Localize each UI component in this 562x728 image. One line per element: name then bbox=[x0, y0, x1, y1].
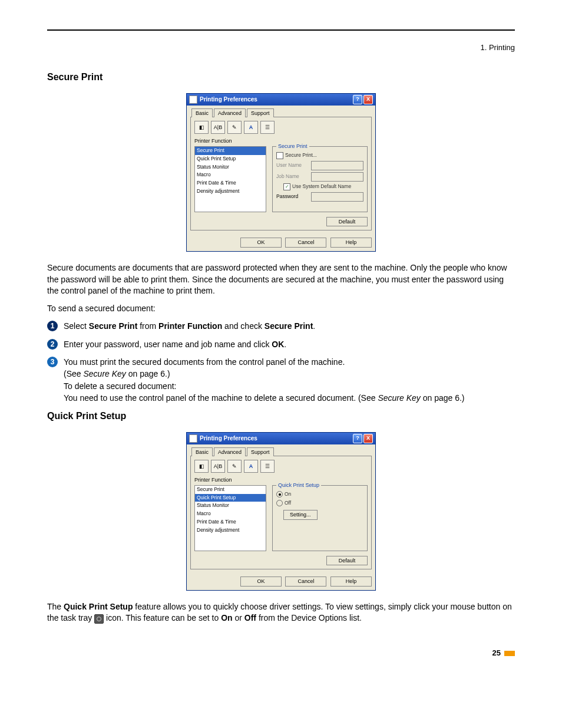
group-title: Quick Print Setup bbox=[276, 482, 321, 489]
list-item[interactable]: Macro bbox=[195, 171, 266, 179]
on-radio[interactable] bbox=[276, 491, 283, 498]
toolbar-icon-3[interactable]: ✎ bbox=[227, 460, 242, 473]
setting-button[interactable]: Setting... bbox=[283, 510, 318, 520]
breadcrumb: 1. Printing bbox=[47, 42, 515, 53]
cancel-button[interactable]: Cancel bbox=[285, 238, 326, 248]
window-icon bbox=[189, 95, 197, 104]
printer-function-list[interactable]: Secure Print Quick Print Setup Status Mo… bbox=[194, 146, 266, 212]
secure-print-checkbox[interactable] bbox=[276, 152, 283, 159]
task-tray-icon bbox=[94, 614, 104, 624]
toolbar-icon-5[interactable]: ☰ bbox=[260, 460, 275, 473]
ok-button[interactable]: OK bbox=[240, 577, 282, 587]
help-icon[interactable]: ? bbox=[353, 95, 362, 104]
tab-basic[interactable]: Basic bbox=[191, 447, 213, 457]
password-label: Password bbox=[276, 193, 309, 200]
dialog-title: Printing Preferences bbox=[200, 95, 257, 104]
list-item[interactable]: Density adjustment bbox=[195, 526, 266, 535]
list-item[interactable]: Status Monitor bbox=[195, 163, 266, 172]
tab-advanced[interactable]: Advanced bbox=[214, 447, 246, 457]
step-badge-1: 1 bbox=[47, 321, 58, 331]
toolbar-icon-4[interactable]: A bbox=[244, 121, 258, 134]
job-name-field[interactable] bbox=[311, 172, 363, 182]
page-number: 25 bbox=[47, 648, 515, 658]
default-button[interactable]: Default bbox=[326, 217, 368, 227]
step-1: 1 Select Secure Print from Printer Funct… bbox=[47, 320, 515, 332]
tab-support[interactable]: Support bbox=[247, 447, 274, 457]
help-icon[interactable]: ? bbox=[353, 434, 362, 443]
help-button[interactable]: Help bbox=[330, 577, 372, 587]
help-button[interactable]: Help bbox=[330, 238, 372, 248]
list-item[interactable]: Quick Print Setup bbox=[195, 494, 266, 502]
job-name-label: Job Name bbox=[276, 173, 309, 180]
list-item[interactable]: Density adjustment bbox=[195, 187, 266, 196]
list-item[interactable]: Secure Print bbox=[195, 486, 266, 494]
secure-print-checkbox-label: Secure Print... bbox=[285, 152, 317, 159]
list-item[interactable]: Secure Print bbox=[195, 147, 266, 155]
page-accent-bar bbox=[504, 651, 515, 656]
list-item[interactable]: Print Date & Time bbox=[195, 179, 266, 187]
user-name-field[interactable] bbox=[311, 161, 363, 170]
off-radio[interactable] bbox=[276, 500, 283, 506]
close-icon[interactable]: X bbox=[363, 434, 373, 443]
toolbar-icon-1[interactable]: ◧ bbox=[194, 121, 209, 134]
ok-button[interactable]: OK bbox=[240, 238, 282, 248]
default-button[interactable]: Default bbox=[326, 556, 368, 566]
dialog-title: Printing Preferences bbox=[200, 434, 257, 443]
titlebar: Printing Preferences ? X bbox=[187, 433, 375, 444]
list-item[interactable]: Status Monitor bbox=[195, 502, 266, 510]
list-item[interactable]: Quick Print Setup bbox=[195, 155, 266, 163]
quick-print-paragraph: The Quick Print Setup feature allows you… bbox=[47, 601, 515, 624]
toolbar-icon-2[interactable]: A|B bbox=[211, 121, 225, 134]
use-system-default-checkbox[interactable]: ✓ bbox=[283, 183, 290, 190]
tab-advanced[interactable]: Advanced bbox=[214, 108, 246, 118]
section-title-secure-print: Secure Print bbox=[47, 71, 515, 84]
secure-intro-paragraph: Secure documents are documents that are … bbox=[47, 262, 515, 297]
off-label: Off bbox=[285, 500, 291, 507]
section-title-quick-print-setup: Quick Print Setup bbox=[47, 410, 515, 423]
on-label: On bbox=[285, 491, 291, 498]
dialog-printing-preferences-2: Printing Preferences ? X Basic Advanced … bbox=[186, 432, 376, 591]
group-title: Secure Print bbox=[276, 143, 309, 150]
window-icon bbox=[189, 434, 197, 443]
toolbar-icon-3[interactable]: ✎ bbox=[227, 121, 242, 134]
to-send-line: To send a secured document: bbox=[47, 303, 515, 315]
step-2: 2 Enter your password, user name and job… bbox=[47, 338, 515, 350]
toolbar-icon-1[interactable]: ◧ bbox=[194, 460, 209, 473]
tab-support[interactable]: Support bbox=[247, 108, 274, 118]
dialog-printing-preferences: Printing Preferences ? X Basic Advanced … bbox=[186, 93, 376, 252]
step-badge-2: 2 bbox=[47, 339, 58, 350]
printer-function-list[interactable]: Secure Print Quick Print Setup Status Mo… bbox=[194, 485, 266, 551]
use-system-default-label: Use System Default Name bbox=[292, 183, 351, 190]
tab-basic[interactable]: Basic bbox=[191, 108, 213, 118]
toolbar-icon-5[interactable]: ☰ bbox=[260, 121, 275, 134]
toolbar-icon-2[interactable]: A|B bbox=[211, 460, 225, 473]
list-item[interactable]: Print Date & Time bbox=[195, 518, 266, 526]
toolbar-icon-4[interactable]: A bbox=[244, 460, 258, 473]
quick-print-setup-group: Quick Print Setup On Off Setting... bbox=[272, 485, 368, 551]
user-name-label: User Name bbox=[276, 162, 309, 169]
close-icon[interactable]: X bbox=[363, 95, 373, 104]
titlebar: Printing Preferences ? X bbox=[187, 94, 375, 106]
cancel-button[interactable]: Cancel bbox=[285, 577, 326, 587]
step-badge-3: 3 bbox=[47, 357, 58, 367]
step-3: 3 You must print the secured documents f… bbox=[47, 356, 515, 404]
list-item[interactable]: Macro bbox=[195, 510, 266, 518]
password-field[interactable] bbox=[311, 192, 363, 202]
secure-print-group: Secure Print Secure Print... User Name J… bbox=[272, 146, 368, 212]
